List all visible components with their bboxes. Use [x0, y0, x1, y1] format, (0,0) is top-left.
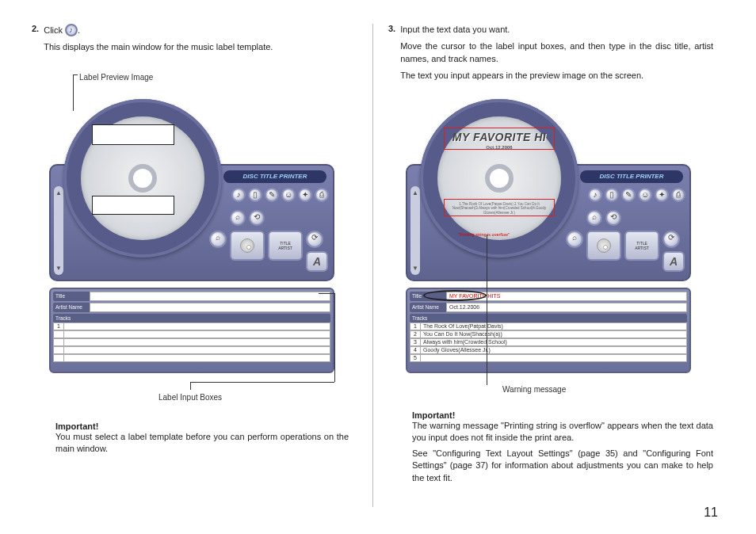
important-body-right-2: See "Configuring Text Layout Settings" (…: [412, 448, 713, 484]
page-icon[interactable]: ▯: [605, 188, 619, 202]
disc-tracks-frame: [444, 199, 555, 216]
tracks-label: Tracks: [410, 314, 687, 322]
wrench-icon[interactable]: ✎: [265, 188, 279, 202]
refresh-button[interactable]: ⟳: [306, 231, 323, 248]
left-column: 2. Click . This displays the main window…: [32, 24, 357, 59]
annotation-warning-label: Warning message: [502, 385, 566, 394]
wrench-icon[interactable]: ✎: [621, 188, 636, 202]
reload-button[interactable]: ⟲: [249, 210, 265, 226]
artist-input[interactable]: [90, 303, 330, 312]
track-input[interactable]: The Rock Of Love(Patpat Davis): [421, 322, 687, 330]
track-num: 4: [410, 346, 421, 354]
zoom-in-button[interactable]: ⌕: [209, 231, 227, 248]
step-3-line2: Move the cursor to the label input boxes…: [400, 40, 713, 65]
image-icon[interactable]: ☺: [638, 188, 652, 202]
panel-header: DISC TITLE PRINTER: [580, 170, 683, 183]
toolbar: ♪ ▯ ✎ ☺ ✦ ⎙: [231, 188, 329, 202]
track-input[interactable]: [64, 346, 330, 354]
track-num: 5: [410, 354, 421, 362]
annotation-line: [190, 382, 191, 390]
template-thumb-1[interactable]: [230, 231, 265, 261]
step-2: 2. Click . This displays the main window…: [32, 24, 357, 59]
scroll-up-icon[interactable]: ▲: [412, 189, 418, 196]
right-column: 3. Input the text data you want. Move th…: [388, 24, 713, 87]
disc-preview-frame: [63, 99, 222, 257]
disc-preview: MY FAVORITE HI Oct.12.2006 1.The Rock Of…: [437, 116, 561, 240]
artist-input[interactable]: Oct.12.2006: [446, 303, 687, 312]
scroll-rail[interactable]: ▲ ▼: [54, 186, 63, 275]
scroll-rail[interactable]: ▲ ▼: [410, 186, 420, 275]
track-input[interactable]: [64, 322, 330, 330]
column-divider: [372, 24, 373, 507]
step-3-line3: The text you input appears in the previe…: [400, 70, 713, 82]
zoom-in-button[interactable]: ⌕: [566, 231, 583, 248]
artist-label: Artist Name: [53, 303, 90, 312]
template-thumb-2[interactable]: TITLE ARTIST: [268, 231, 303, 261]
note-icon[interactable]: ♪: [588, 188, 602, 202]
title-input[interactable]: [90, 292, 330, 301]
music-template-icon: [65, 24, 78, 36]
app-window-left: DISC TITLE PRINTER ▲ ▼ ♪ ▯ ✎ ☺ ✦ ⎙ ⌕ ⟲: [49, 99, 334, 372]
annotation-line: [73, 74, 78, 75]
print-icon[interactable]: ⎙: [315, 188, 329, 202]
preview-title-outline: [92, 124, 174, 145]
annotation-preview-label: Label Preview Image: [79, 73, 153, 82]
format-button[interactable]: A: [662, 251, 685, 272]
track-input[interactable]: [64, 338, 330, 346]
format-button[interactable]: A: [306, 251, 328, 272]
side-buttons: ⌕ ⟲: [586, 210, 685, 226]
side-buttons: ⌕ ⟲: [230, 210, 328, 226]
track-num: [53, 330, 64, 338]
page-icon[interactable]: ▯: [248, 188, 262, 202]
track-num: 1: [53, 322, 64, 330]
annotation-line: [190, 382, 334, 383]
track-num: 2: [410, 330, 421, 338]
print-icon[interactable]: ⎙: [671, 188, 685, 202]
warning-text: "Printing string is overflow": [458, 232, 510, 237]
scroll-down-icon[interactable]: ▼: [412, 265, 418, 272]
title-label: Title: [53, 292, 90, 301]
preview-tracks-outline: [92, 196, 174, 215]
track-input[interactable]: [64, 330, 330, 338]
step-num-3: 3.: [388, 24, 395, 87]
panel-header: DISC TITLE PRINTER: [223, 170, 326, 183]
track-num: [53, 354, 64, 362]
annotation-line: [334, 293, 335, 382]
scroll-up-icon[interactable]: ▲: [55, 189, 62, 196]
track-num: [53, 338, 64, 346]
disc-title-frame: [444, 128, 555, 150]
image-icon[interactable]: ☺: [281, 188, 296, 202]
step-3: 3. Input the text data you want. Move th…: [388, 24, 713, 87]
disc-hole: [485, 164, 514, 193]
track-input[interactable]: [421, 354, 687, 362]
track-num: 3: [410, 338, 421, 346]
step-2-line1: Click .: [44, 24, 273, 36]
important-body-right-1: The warning message "Printing string is …: [412, 420, 713, 444]
zoom-button[interactable]: ⌕: [586, 210, 602, 226]
tracks-label: Tracks: [53, 314, 330, 322]
track-num: [53, 346, 64, 354]
track-input[interactable]: [64, 354, 330, 362]
note-icon[interactable]: ♪: [231, 188, 246, 202]
important-heading-right: Important!: [412, 410, 713, 420]
track-input[interactable]: Goody Gloves(Allessee Jr.): [421, 346, 687, 354]
track-input[interactable]: Always with him(Crowded School): [421, 338, 687, 346]
important-body-left: You must select a label template before …: [55, 431, 349, 456]
template-thumb-1[interactable]: [586, 231, 621, 261]
template-thumb-2[interactable]: TITLE ARTIST: [624, 231, 659, 261]
artist-label: Artist Name: [410, 303, 446, 312]
fx-icon[interactable]: ✦: [655, 188, 669, 202]
step-3-line1: Input the text data you want.: [400, 24, 713, 36]
fx-icon[interactable]: ✦: [298, 188, 312, 202]
disc-hole: [128, 164, 157, 193]
template-row: ⌕ TITLE ARTIST ⟳ A: [566, 231, 685, 272]
page-number: 11: [704, 505, 718, 520]
highlight-ellipse: [423, 290, 487, 301]
refresh-button[interactable]: ⟳: [662, 231, 680, 248]
step-2-line2: This displays the main window for the mu…: [44, 41, 273, 53]
reload-button[interactable]: ⟲: [605, 210, 621, 226]
track-input[interactable]: You Can Do It Now(Shacash(a)): [421, 330, 687, 338]
zoom-button[interactable]: ⌕: [230, 210, 246, 226]
scroll-down-icon[interactable]: ▼: [55, 265, 62, 272]
template-row: ⌕ TITLE ARTIST ⟳ A: [209, 231, 328, 272]
